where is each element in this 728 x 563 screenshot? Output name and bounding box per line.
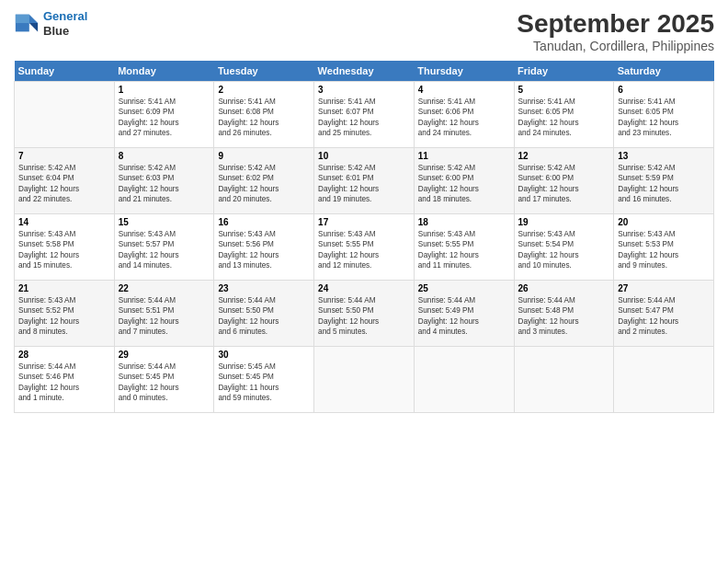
- day-detail: Sunrise: 5:43 AMSunset: 5:53 PMDaylight:…: [618, 229, 710, 271]
- table-row: 5Sunrise: 5:41 AMSunset: 6:05 PMDaylight…: [514, 82, 614, 148]
- table-row: 11Sunrise: 5:42 AMSunset: 6:00 PMDayligh…: [414, 148, 514, 214]
- table-row: 10Sunrise: 5:42 AMSunset: 6:01 PMDayligh…: [314, 148, 415, 214]
- calendar-week-row: 1Sunrise: 5:41 AMSunset: 6:09 PMDaylight…: [15, 82, 714, 148]
- day-number: 20: [618, 217, 710, 227]
- logo-text: General Blue: [43, 9, 87, 38]
- day-number: 18: [418, 217, 510, 227]
- day-number: 17: [318, 217, 410, 227]
- day-detail: Sunrise: 5:41 AMSunset: 6:07 PMDaylight:…: [318, 97, 410, 139]
- day-number: 13: [618, 151, 710, 161]
- svg-marker-0: [29, 14, 38, 22]
- logo: General Blue: [14, 9, 87, 38]
- table-row: 25Sunrise: 5:44 AMSunset: 5:49 PMDayligh…: [414, 281, 514, 347]
- day-detail: Sunrise: 5:43 AMSunset: 5:55 PMDaylight:…: [318, 229, 410, 271]
- day-detail: Sunrise: 5:41 AMSunset: 6:09 PMDaylight:…: [119, 97, 210, 139]
- table-row: 12Sunrise: 5:42 AMSunset: 6:00 PMDayligh…: [514, 148, 614, 214]
- header-thursday: Thursday: [414, 61, 514, 82]
- day-detail: Sunrise: 5:43 AMSunset: 5:58 PMDaylight:…: [18, 229, 110, 271]
- day-number: 19: [518, 217, 610, 227]
- day-number: 4: [418, 85, 510, 95]
- table-row: 18Sunrise: 5:43 AMSunset: 5:55 PMDayligh…: [414, 214, 514, 281]
- day-detail: Sunrise: 5:44 AMSunset: 5:51 PMDaylight:…: [119, 295, 210, 338]
- header-saturday: Saturday: [614, 61, 714, 82]
- day-number: 29: [119, 350, 210, 360]
- table-row: [514, 347, 614, 413]
- table-row: [414, 347, 514, 413]
- day-number: 8: [119, 151, 210, 161]
- table-row: 8Sunrise: 5:42 AMSunset: 6:03 PMDaylight…: [114, 148, 214, 214]
- table-row: [614, 347, 714, 413]
- logo-icon: [14, 11, 40, 37]
- calendar-week-row: 28Sunrise: 5:44 AMSunset: 5:46 PMDayligh…: [15, 347, 714, 413]
- table-row: 1Sunrise: 5:41 AMSunset: 6:09 PMDaylight…: [114, 82, 214, 148]
- day-number: 12: [518, 151, 610, 161]
- day-detail: Sunrise: 5:42 AMSunset: 6:00 PMDaylight:…: [518, 163, 610, 205]
- table-row: 14Sunrise: 5:43 AMSunset: 5:58 PMDayligh…: [15, 214, 115, 281]
- day-number: 5: [518, 85, 610, 95]
- logo-line2: Blue: [43, 24, 87, 39]
- page-title: September 2025: [517, 9, 714, 39]
- svg-rect-3: [16, 14, 29, 22]
- day-number: 30: [218, 350, 310, 360]
- calendar-table: Sunday Monday Tuesday Wednesday Thursday…: [14, 61, 714, 413]
- table-row: 4Sunrise: 5:41 AMSunset: 6:06 PMDaylight…: [414, 82, 514, 148]
- table-row: 2Sunrise: 5:41 AMSunset: 6:08 PMDaylight…: [214, 82, 314, 148]
- day-number: 22: [119, 283, 210, 293]
- day-detail: Sunrise: 5:42 AMSunset: 6:01 PMDaylight:…: [318, 163, 410, 205]
- day-number: 24: [318, 283, 410, 293]
- table-row: 7Sunrise: 5:42 AMSunset: 6:04 PMDaylight…: [15, 148, 115, 214]
- page-subtitle: Tanudan, Cordillera, Philippines: [517, 39, 714, 53]
- day-number: 26: [518, 283, 610, 293]
- day-detail: Sunrise: 5:44 AMSunset: 5:50 PMDaylight:…: [218, 295, 310, 338]
- day-detail: Sunrise: 5:41 AMSunset: 6:05 PMDaylight:…: [518, 97, 610, 139]
- day-number: 11: [418, 151, 510, 161]
- table-row: 17Sunrise: 5:43 AMSunset: 5:55 PMDayligh…: [314, 214, 415, 281]
- day-number: 2: [218, 85, 310, 95]
- day-detail: Sunrise: 5:44 AMSunset: 5:45 PMDaylight:…: [119, 362, 210, 404]
- table-row: 3Sunrise: 5:41 AMSunset: 6:07 PMDaylight…: [314, 82, 415, 148]
- calendar-week-row: 14Sunrise: 5:43 AMSunset: 5:58 PMDayligh…: [15, 214, 714, 281]
- day-detail: Sunrise: 5:42 AMSunset: 6:02 PMDaylight:…: [218, 163, 310, 205]
- day-number: 23: [218, 283, 310, 293]
- day-number: 15: [119, 217, 210, 227]
- header-tuesday: Tuesday: [214, 61, 314, 82]
- table-row: 23Sunrise: 5:44 AMSunset: 5:50 PMDayligh…: [214, 281, 314, 347]
- day-detail: Sunrise: 5:42 AMSunset: 6:03 PMDaylight:…: [119, 163, 210, 205]
- svg-marker-1: [29, 23, 38, 31]
- table-row: 24Sunrise: 5:44 AMSunset: 5:50 PMDayligh…: [314, 281, 415, 347]
- day-detail: Sunrise: 5:43 AMSunset: 5:52 PMDaylight:…: [18, 295, 110, 338]
- table-row: 22Sunrise: 5:44 AMSunset: 5:51 PMDayligh…: [114, 281, 214, 347]
- day-detail: Sunrise: 5:41 AMSunset: 6:08 PMDaylight:…: [218, 97, 310, 139]
- title-block: September 2025 Tanudan, Cordillera, Phil…: [517, 9, 714, 53]
- table-row: 20Sunrise: 5:43 AMSunset: 5:53 PMDayligh…: [614, 214, 714, 281]
- weekday-header-row: Sunday Monday Tuesday Wednesday Thursday…: [15, 61, 714, 82]
- day-number: 3: [318, 85, 410, 95]
- calendar-week-row: 21Sunrise: 5:43 AMSunset: 5:52 PMDayligh…: [15, 281, 714, 347]
- calendar-week-row: 7Sunrise: 5:42 AMSunset: 6:04 PMDaylight…: [15, 148, 714, 214]
- day-number: 21: [18, 283, 110, 293]
- table-row: 29Sunrise: 5:44 AMSunset: 5:45 PMDayligh…: [114, 347, 214, 413]
- day-detail: Sunrise: 5:44 AMSunset: 5:50 PMDaylight:…: [318, 295, 410, 338]
- day-number: 14: [18, 217, 110, 227]
- table-row: 15Sunrise: 5:43 AMSunset: 5:57 PMDayligh…: [114, 214, 214, 281]
- table-row: [314, 347, 415, 413]
- table-row: 9Sunrise: 5:42 AMSunset: 6:02 PMDaylight…: [214, 148, 314, 214]
- table-row: 16Sunrise: 5:43 AMSunset: 5:56 PMDayligh…: [214, 214, 314, 281]
- header: General Blue September 2025 Tanudan, Cor…: [14, 9, 714, 53]
- day-detail: Sunrise: 5:42 AMSunset: 6:00 PMDaylight:…: [418, 163, 510, 205]
- logo-line1: General: [43, 9, 87, 23]
- day-number: 28: [18, 350, 110, 360]
- table-row: 21Sunrise: 5:43 AMSunset: 5:52 PMDayligh…: [15, 281, 115, 347]
- day-detail: Sunrise: 5:45 AMSunset: 5:45 PMDaylight:…: [218, 362, 310, 404]
- day-number: 27: [618, 283, 710, 293]
- day-detail: Sunrise: 5:44 AMSunset: 5:47 PMDaylight:…: [618, 295, 710, 338]
- day-detail: Sunrise: 5:44 AMSunset: 5:48 PMDaylight:…: [518, 295, 610, 338]
- header-monday: Monday: [114, 61, 214, 82]
- table-row: 30Sunrise: 5:45 AMSunset: 5:45 PMDayligh…: [214, 347, 314, 413]
- day-detail: Sunrise: 5:42 AMSunset: 6:04 PMDaylight:…: [18, 163, 110, 205]
- day-detail: Sunrise: 5:41 AMSunset: 6:06 PMDaylight:…: [418, 97, 510, 139]
- table-row: 13Sunrise: 5:42 AMSunset: 5:59 PMDayligh…: [614, 148, 714, 214]
- day-detail: Sunrise: 5:43 AMSunset: 5:57 PMDaylight:…: [119, 229, 210, 271]
- table-row: 26Sunrise: 5:44 AMSunset: 5:48 PMDayligh…: [514, 281, 614, 347]
- page: General Blue September 2025 Tanudan, Cor…: [0, 0, 728, 563]
